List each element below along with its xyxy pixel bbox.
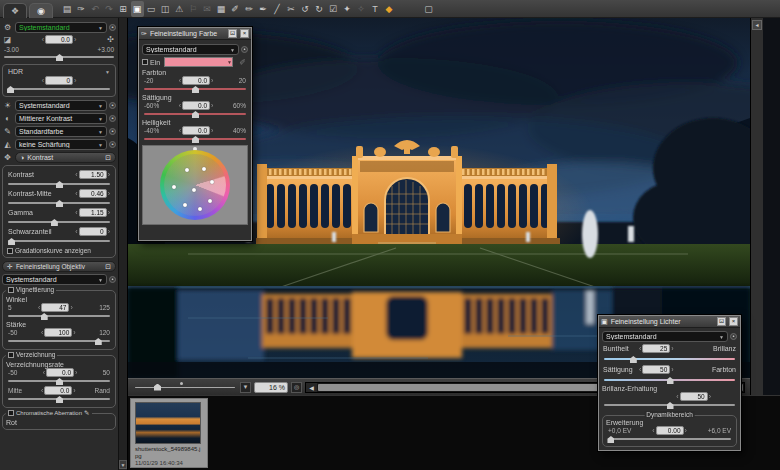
slider-thumb[interactable] [56,54,63,61]
preset-dot-button[interactable]: • [730,333,737,340]
staerke-stepper[interactable]: ‹ 100 › [41,328,76,337]
slider-thumb[interactable] [192,111,199,118]
stepper-increment[interactable]: › [73,328,75,337]
helligkeit-value[interactable]: 0.0 [182,126,210,135]
vignettierung-checkbox[interactable] [8,287,14,293]
erweiterung-stepper[interactable]: ‹ 0.00 › [652,426,687,435]
farbe-preset-dropdown[interactable]: Standardfarbe ▼ [15,126,107,137]
farbe-panel-titlebar[interactable]: ✑ Feineinstellung Farbe ⊡ × [139,28,251,40]
stepper-decrement[interactable]: ‹ [43,368,45,377]
stepper-decrement[interactable]: ‹ [652,426,654,435]
lichter-preset-dropdown[interactable]: Systemstandard ▼ [602,331,728,342]
target-color-swatch[interactable]: ▼ [164,57,233,67]
batch-develop-icon[interactable]: ✦ [341,1,354,17]
stepper-decrement[interactable]: ‹ [639,344,641,353]
helligkeit-stepper[interactable]: ‹ 0.0 › [179,126,214,135]
eyedropper-icon[interactable]: ✐ [237,58,248,67]
brillanz-erhaltung-value[interactable]: 50 [680,392,708,401]
slider-thumb[interactable] [630,356,637,363]
buntheit-stepper[interactable]: ‹ 25 › [639,344,674,353]
slider-thumb[interactable] [51,219,58,226]
parameter-check-icon[interactable]: ☑ [327,1,340,17]
spot-edit-tool-icon[interactable]: ✒ [257,1,270,17]
preset-dot-button[interactable]: • [109,115,116,122]
scroll-left-button[interactable]: ◀ [306,383,317,392]
farbton-slider[interactable] [144,85,246,93]
farbe-preset-dropdown[interactable]: Systemstandard ▼ [142,44,239,55]
color-wheel-disc[interactable] [164,154,226,216]
slider-thumb[interactable] [56,378,63,385]
slider-thumb[interactable] [607,436,614,443]
kontrast-mitte-value[interactable]: 0.46 [79,189,107,198]
zoom-slider[interactable] [135,383,235,391]
stepper-increment[interactable]: › [108,189,110,198]
slider-thumb[interactable] [192,136,199,143]
schwarzanteil-value[interactable]: 0 [79,227,107,236]
kontrast-slider[interactable] [8,180,110,188]
kontrast-section-header[interactable]: ◑ Kontrast ⊡ [15,152,116,163]
hdr-stepper[interactable]: ‹ 0 › [6,76,112,85]
zoom-dropdown-button[interactable]: ▼ [240,382,251,393]
stepper-increment[interactable]: › [709,392,711,401]
saettigung-value[interactable]: 0.0 [182,101,210,110]
collapse-panel-button[interactable]: ◂ [752,20,762,30]
mitte-stepper[interactable]: ‹ 0.0 › [41,386,76,395]
stepper-increment[interactable]: › [74,76,76,85]
kontrast-preset-dropdown[interactable]: Mittlerer Kontrast ▼ [15,113,107,124]
stepper-increment[interactable]: › [73,386,75,395]
wheel-point[interactable] [198,207,202,211]
chevron-down-icon[interactable]: ▼ [105,69,110,75]
stepper-increment[interactable]: › [108,170,110,179]
stepper-increment[interactable]: › [211,101,213,110]
hdr-value[interactable]: 0 [45,76,73,85]
stepper-decrement[interactable]: ‹ [38,303,40,312]
rate-slider[interactable] [8,377,110,385]
thumbnail-image[interactable] [135,402,201,444]
gamma-stepper[interactable]: ‹ 1.15 › [75,208,110,217]
silkypix-shield-icon[interactable]: ◆ [383,1,396,17]
exposure-tool-icon[interactable]: ✏ [243,1,256,17]
stepper-increment[interactable]: › [671,365,673,374]
stepper-increment[interactable]: › [74,35,76,44]
white-balance-dropdown[interactable]: Systemstandard ▼ [15,100,107,111]
stepper-increment[interactable]: › [70,303,72,312]
kontrast-stepper[interactable]: ‹ 1.50 › [75,170,110,179]
loupe-button[interactable]: ◎ [291,382,302,393]
stepper-decrement[interactable]: ‹ [75,227,77,236]
rotate-line-tool-icon[interactable]: ╱ [271,1,284,17]
rate-stepper[interactable]: ‹ 0.0 › [43,368,78,377]
tab-tools[interactable]: ❖ [3,3,27,18]
farbton-stepper[interactable]: ‹ 0.0 › [179,76,214,85]
crop-tool-icon[interactable]: ✂ [285,1,298,17]
stepper-decrement[interactable]: ‹ [42,35,44,44]
exposure-value[interactable]: 0.0 [45,35,73,44]
rotate-left-icon[interactable]: ↺ [299,1,312,17]
slider-thumb[interactable] [56,181,63,188]
schwarzanteil-stepper[interactable]: ‹ 0 › [75,227,110,236]
close-button[interactable]: × [240,29,249,38]
mitte-slider[interactable] [8,395,110,403]
detach-panel-button[interactable]: ⊡ [228,29,237,38]
rate-value[interactable]: 0.0 [46,368,74,377]
winkel-slider[interactable] [8,312,110,320]
scroll-down-button[interactable]: ▼ [119,460,127,469]
stepper-decrement[interactable]: ‹ [179,101,181,110]
staerke-value[interactable]: 100 [44,328,72,337]
wheel-point[interactable] [208,199,212,203]
mitte-value[interactable]: 0.0 [44,386,72,395]
objektiv-preset-dropdown[interactable]: Systemstandard ▼ [2,274,107,285]
filmstrip-thumbnail[interactable]: shutterstock_54989845.jpg 11/01/29 16:40… [130,398,208,468]
gradationskurve-checkbox[interactable] [7,248,13,254]
exposure-slider[interactable] [4,53,114,61]
slider-thumb[interactable] [667,377,674,384]
ein-checkbox[interactable] [142,59,148,65]
undo-icon[interactable]: ↶ [89,1,102,17]
monitor-settings-icon[interactable]: ▢ [422,1,435,17]
stepper-decrement[interactable]: ‹ [179,126,181,135]
kontrast-mitte-slider[interactable] [8,199,110,207]
highlight-warning-icon[interactable]: ⚠ [173,1,186,17]
stepper-decrement[interactable]: ‹ [41,386,43,395]
winkel-stepper[interactable]: ‹ 47 › [38,303,73,312]
farbton-value[interactable]: 0.0 [182,76,210,85]
brillanz-erhaltung-stepper[interactable]: ‹ 50 › [676,392,711,401]
